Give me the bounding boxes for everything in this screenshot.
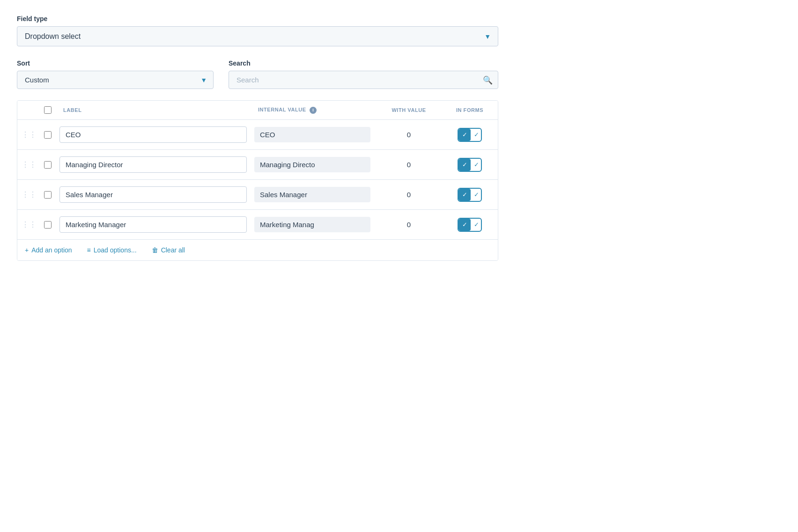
label-input-wrapper-3 bbox=[59, 186, 254, 203]
drag-handle[interactable]: ⋮⋮ bbox=[17, 190, 36, 199]
label-input-wrapper-1 bbox=[59, 126, 254, 143]
in-forms-1: ✓ ✓ bbox=[442, 128, 498, 142]
sort-label: Sort bbox=[17, 59, 214, 67]
table-row: ⋮⋮ Marketing Manag 0 ✓ ✓ bbox=[17, 210, 498, 239]
sort-search-row: Sort CustomA to ZZ to A ▼ Search 🔍 bbox=[17, 59, 498, 89]
info-icon[interactable]: i bbox=[310, 107, 317, 114]
col-header-internal: INTERNAL VALUE i bbox=[254, 107, 376, 114]
col-header-with-value: WITH VALUE bbox=[376, 107, 442, 113]
col-header-label: LABEL bbox=[59, 107, 254, 113]
row-checkbox-4[interactable] bbox=[44, 221, 52, 229]
toggle-2[interactable]: ✓ ✓ bbox=[458, 158, 482, 172]
load-options-label: Load options... bbox=[94, 246, 137, 254]
with-value-1: 0 bbox=[376, 131, 442, 139]
sort-section: Sort CustomA to ZZ to A ▼ bbox=[17, 59, 214, 89]
toggle-right-icon-3: ✓ bbox=[474, 191, 479, 198]
list-icon: ≡ bbox=[87, 246, 91, 254]
with-value-3: 0 bbox=[376, 191, 442, 199]
row-checkbox-2[interactable] bbox=[44, 161, 52, 169]
row-checkbox-wrapper bbox=[36, 191, 59, 199]
field-type-select[interactable]: Dropdown selectSingle-line textMulti-lin… bbox=[17, 26, 498, 46]
add-option-button[interactable]: + Add an option bbox=[25, 246, 72, 254]
label-input-wrapper-4 bbox=[59, 216, 254, 233]
drag-handle[interactable]: ⋮⋮ bbox=[17, 220, 36, 229]
label-input-3[interactable] bbox=[59, 186, 247, 203]
internal-value-3: Sales Manager bbox=[254, 187, 370, 202]
search-icon-button[interactable]: 🔍 bbox=[483, 75, 493, 85]
clear-all-label: Clear all bbox=[161, 246, 185, 254]
label-input-wrapper-2 bbox=[59, 156, 254, 173]
drag-handle[interactable]: ⋮⋮ bbox=[17, 160, 36, 169]
table-row: ⋮⋮ CEO 0 ✓ ✓ bbox=[17, 120, 498, 150]
sort-select-wrapper: CustomA to ZZ to A ▼ bbox=[17, 71, 214, 89]
trash-icon: 🗑 bbox=[152, 246, 158, 254]
add-icon: + bbox=[25, 246, 29, 254]
label-input-4[interactable] bbox=[59, 216, 247, 233]
toggle-check-icon-2: ✓ bbox=[462, 161, 467, 168]
in-forms-4: ✓ ✓ bbox=[442, 218, 498, 232]
internal-value-2: Managing Directo bbox=[254, 157, 370, 172]
toggle-thumb-1: ✓ bbox=[458, 129, 471, 141]
sort-select[interactable]: CustomA to ZZ to A bbox=[17, 71, 214, 89]
search-label: Search bbox=[229, 59, 498, 67]
col-header-in-forms: IN FORMS bbox=[442, 107, 498, 113]
label-input-1[interactable] bbox=[59, 126, 247, 143]
toggle-4[interactable]: ✓ ✓ bbox=[458, 218, 482, 232]
row-checkbox-3[interactable] bbox=[44, 191, 52, 199]
toggle-check-icon-3: ✓ bbox=[462, 191, 467, 198]
select-all-checkbox[interactable] bbox=[44, 106, 52, 114]
toggle-3[interactable]: ✓ ✓ bbox=[458, 188, 482, 202]
toggle-thumb-2: ✓ bbox=[458, 159, 471, 171]
internal-value-1: CEO bbox=[254, 127, 370, 142]
toggle-right-icon-1: ✓ bbox=[474, 131, 479, 138]
add-option-label: Add an option bbox=[31, 246, 72, 254]
toggle-thumb-3: ✓ bbox=[458, 189, 471, 201]
with-value-4: 0 bbox=[376, 221, 442, 229]
table-row: ⋮⋮ Managing Directo 0 ✓ ✓ bbox=[17, 150, 498, 180]
toggle-check-icon-4: ✓ bbox=[462, 221, 467, 228]
row-checkbox-1[interactable] bbox=[44, 131, 52, 139]
row-checkbox-wrapper bbox=[36, 161, 59, 169]
in-forms-3: ✓ ✓ bbox=[442, 188, 498, 202]
toggle-1[interactable]: ✓ ✓ bbox=[458, 128, 482, 142]
label-input-2[interactable] bbox=[59, 156, 247, 173]
search-input[interactable] bbox=[229, 71, 498, 89]
table-rows-container: ⋮⋮ CEO 0 ✓ ✓ ⋮⋮ Managing Directo 0 bbox=[17, 120, 498, 239]
toggle-check-icon-1: ✓ bbox=[462, 131, 467, 138]
drag-handle[interactable]: ⋮⋮ bbox=[17, 130, 36, 139]
toggle-thumb-4: ✓ bbox=[458, 219, 471, 231]
internal-value-4: Marketing Manag bbox=[254, 217, 370, 232]
field-type-section: Field type Dropdown selectSingle-line te… bbox=[17, 15, 498, 46]
in-forms-2: ✓ ✓ bbox=[442, 158, 498, 172]
clear-all-button[interactable]: 🗑 Clear all bbox=[152, 246, 185, 254]
row-checkbox-wrapper bbox=[36, 221, 59, 229]
toggle-right-icon-2: ✓ bbox=[474, 161, 479, 168]
table-row: ⋮⋮ Sales Manager 0 ✓ ✓ bbox=[17, 180, 498, 210]
search-section: Search 🔍 bbox=[229, 59, 498, 89]
search-input-wrapper: 🔍 bbox=[229, 71, 498, 89]
options-table: LABEL INTERNAL VALUE i WITH VALUE IN FOR… bbox=[17, 100, 498, 261]
row-checkbox-wrapper bbox=[36, 131, 59, 139]
search-icon: 🔍 bbox=[483, 75, 493, 84]
table-header: LABEL INTERNAL VALUE i WITH VALUE IN FOR… bbox=[17, 101, 498, 120]
select-all-checkbox-wrapper bbox=[36, 106, 59, 114]
table-footer: + Add an option ≡ Load options... 🗑 Clea… bbox=[17, 239, 498, 260]
field-type-select-wrapper: Dropdown selectSingle-line textMulti-lin… bbox=[17, 26, 498, 46]
load-options-button[interactable]: ≡ Load options... bbox=[87, 246, 137, 254]
toggle-right-icon-4: ✓ bbox=[474, 221, 479, 228]
with-value-2: 0 bbox=[376, 161, 442, 169]
field-type-label: Field type bbox=[17, 15, 498, 22]
